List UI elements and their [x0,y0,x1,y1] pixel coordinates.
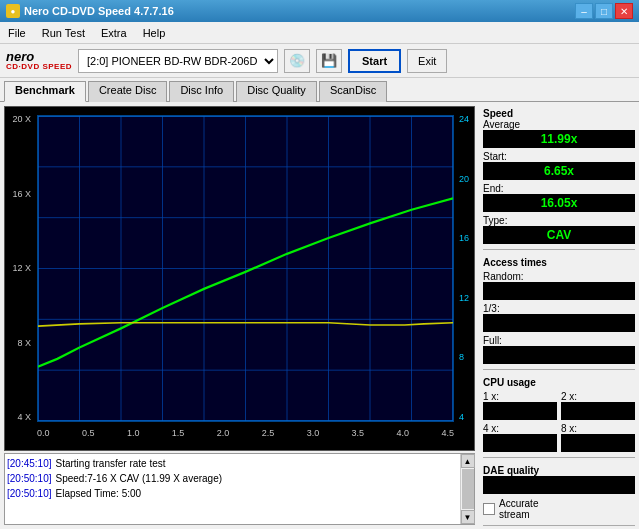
cpu-1x-label: 1 x: [483,391,557,402]
cpu-4x: 4 x: [483,423,557,452]
cpu-2x: 2 x: [561,391,635,420]
accurate-stream-label: Accuratestream [499,498,538,520]
x-label-4.5: 4.5 [441,428,454,438]
onethird-value [483,314,635,332]
accurate-stream-checkbox[interactable] [483,503,495,515]
start-value: 6.65x [483,162,635,180]
tab-disc-quality[interactable]: Disc Quality [236,81,317,102]
scroll-down-button[interactable]: ▼ [461,510,475,524]
full-stat: Full: [483,335,635,364]
cpu-section: CPU usage [483,375,635,388]
cpu-row-2: 4 x: 8 x: [483,423,635,452]
speed-section-title: Speed [483,108,635,119]
start-button[interactable]: Start [348,49,401,73]
save-icon-button[interactable]: 💾 [316,49,342,73]
exit-button[interactable]: Exit [407,49,447,73]
scroll-thumb[interactable] [462,469,474,509]
y-axis-left: 20 X 16 X 12 X 8 X 4 X [5,115,35,422]
end-value: 16.05x [483,194,635,212]
scroll-up-button[interactable]: ▲ [461,454,475,468]
divider-4 [483,525,635,526]
menu-help[interactable]: Help [139,26,170,40]
divider-1 [483,249,635,250]
y-right-label-12: 12 [459,294,474,303]
log-entry-3: [20:50:10] Elapsed Time: 5:00 [7,486,458,501]
cpu-2x-label: 2 x: [561,391,635,402]
log-content: [20:45:10] Starting transfer rate test [… [5,454,460,524]
menu-file[interactable]: File [4,26,30,40]
access-times-section: Access times [483,255,635,268]
tab-create-disc[interactable]: Create Disc [88,81,167,102]
accurate-stream-row: Accuratestream [483,498,635,520]
random-stat: Random: [483,271,635,300]
access-times-title: Access times [483,257,635,268]
cpu-8x: 8 x: [561,423,635,452]
chart-container: 20 X 16 X 12 X 8 X 4 X [0,102,479,529]
log-msg-3: Elapsed Time: 5:00 [55,486,141,501]
cpu-1x-value [483,402,557,420]
minimize-button[interactable]: – [575,3,593,19]
average-value: 11.99x [483,130,635,148]
x-label-3.0: 3.0 [307,428,320,438]
type-stat: Type: CAV [483,215,635,244]
y-right-label-16: 16 [459,234,474,243]
y-label-20x: 20 X [5,115,31,124]
divider-2 [483,369,635,370]
drive-selector[interactable]: [2:0] PIONEER BD-RW BDR-206D 1.06 [78,49,278,73]
cpu-4x-value [483,434,557,452]
main-content: 20 X 16 X 12 X 8 X 4 X [0,102,639,529]
access-1third-row: 1/3: [483,303,635,332]
speed-section: Speed Average 11.99x [483,106,635,148]
tab-bar: Benchmark Create Disc Disc Info Disc Qua… [0,78,639,102]
end-stat: End: 16.05x [483,183,635,212]
disc-icon-button[interactable]: 💿 [284,49,310,73]
log-time-1: [20:45:10] [7,456,51,471]
onethird-stat: 1/3: [483,303,635,332]
cpu-8x-label: 8 x: [561,423,635,434]
y-right-label-4: 4 [459,413,474,422]
y-label-4x: 4 X [5,413,31,422]
x-label-1.5: 1.5 [172,428,185,438]
toolbar: nero CD·DVD SPEED [2:0] PIONEER BD-RW BD… [0,44,639,78]
tab-disc-info[interactable]: Disc Info [169,81,234,102]
log-msg-2: Speed:7-16 X CAV (11.99 X average) [55,471,222,486]
x-label-4.0: 4.0 [397,428,410,438]
dae-value [483,476,635,494]
y-label-12x: 12 X [5,264,31,273]
cpu-section-title: CPU usage [483,377,635,388]
access-random-row: Random: [483,271,635,300]
chart-inner [37,115,454,422]
access-full-row: Full: [483,335,635,364]
x-label-0.0: 0.0 [37,428,50,438]
tab-benchmark[interactable]: Benchmark [4,81,86,102]
chart-svg [38,116,453,421]
app-title: Nero CD-DVD Speed 4.7.7.16 [24,5,174,17]
cpu-8x-value [561,434,635,452]
log-scrollbar[interactable]: ▲ ▼ [460,454,474,524]
menu-extra[interactable]: Extra [97,26,131,40]
random-label: Random: [483,271,635,282]
cpu-1x: 1 x: [483,391,557,420]
x-label-3.5: 3.5 [352,428,365,438]
cpu-4x-label: 4 x: [483,423,557,434]
log-wrapper: [20:45:10] Starting transfer rate test [… [4,453,475,525]
menu-bar: File Run Test Extra Help [0,22,639,44]
x-label-1.0: 1.0 [127,428,140,438]
x-label-2.5: 2.5 [262,428,275,438]
log-entry-2: [20:50:10] Speed:7-16 X CAV (11.99 X ave… [7,471,458,486]
y-right-label-8: 8 [459,353,474,362]
maximize-button[interactable]: □ [595,3,613,19]
y-axis-right: 24 20 16 12 8 4 [456,115,474,422]
y-label-16x: 16 X [5,190,31,199]
close-button[interactable]: ✕ [615,3,633,19]
dae-section-title: DAE quality [483,465,635,476]
tab-scan-disc[interactable]: ScanDisc [319,81,387,102]
window-controls[interactable]: – □ ✕ [575,3,633,19]
divider-3 [483,457,635,458]
cpu-2x-value [561,402,635,420]
nero-logo: nero CD·DVD SPEED [6,50,72,71]
right-panel: Speed Average 11.99x Start: 6.65x End: 1… [479,102,639,529]
menu-run-test[interactable]: Run Test [38,26,89,40]
x-axis: 0.0 0.5 1.0 1.5 2.0 2.5 3.0 3.5 4.0 4.5 [37,424,454,450]
chart-area: 20 X 16 X 12 X 8 X 4 X [4,106,475,451]
